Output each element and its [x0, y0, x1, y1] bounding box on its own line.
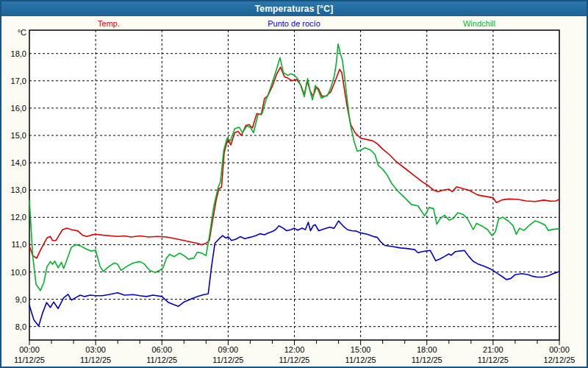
- x-tick-date-label: 11/12/25: [14, 355, 45, 364]
- y-tick-label: 13,0: [11, 185, 26, 194]
- y-tick-label: 18,0: [11, 49, 26, 58]
- x-tick-date-label: 11/12/25: [345, 355, 376, 364]
- y-tick-label: 9,0: [15, 295, 26, 304]
- x-tick-time-label: 00:00: [549, 345, 570, 354]
- x-tick-time-label: 12:00: [284, 345, 305, 354]
- y-tick-label: 8,0: [15, 322, 26, 331]
- x-tick-date-label: 11/12/25: [279, 355, 309, 364]
- temperature-chart: 8,09,010,011,012,013,014,015,016,017,018…: [1, 1, 587, 364]
- x-tick-time-label: 21:00: [483, 345, 503, 354]
- x-tick-time-label: 15:00: [351, 345, 371, 354]
- y-tick-label: 17,0: [11, 77, 26, 85]
- x-tick-time-label: 00:00: [19, 345, 40, 354]
- weather-chart-window: Temperaturas [°C] Temp.Punto de rocíoWin…: [0, 0, 588, 368]
- y-axis-unit-label: °C: [18, 28, 26, 37]
- x-tick-date-label: 11/12/25: [146, 355, 177, 364]
- x-tick-time-label: 03:00: [85, 345, 106, 354]
- x-tick-time-label: 06:00: [151, 345, 172, 354]
- y-tick-label: 16,0: [11, 104, 26, 113]
- y-tick-label: 10,0: [11, 268, 26, 277]
- x-tick-date-label: 11/12/25: [412, 355, 442, 364]
- y-tick-label: 15,0: [11, 131, 26, 140]
- x-tick-date-label: 11/12/25: [212, 355, 243, 364]
- y-tick-label: 14,0: [11, 158, 26, 167]
- y-tick-label: 11,0: [11, 240, 26, 249]
- x-tick-time-label: 09:00: [218, 345, 239, 354]
- x-tick-date-label: 12/12/25: [544, 355, 576, 364]
- y-tick-label: 12,0: [11, 213, 26, 222]
- x-tick-date-label: 11/12/25: [478, 355, 509, 364]
- x-tick-date-label: 11/12/25: [80, 355, 111, 364]
- x-tick-time-label: 18:00: [417, 345, 437, 354]
